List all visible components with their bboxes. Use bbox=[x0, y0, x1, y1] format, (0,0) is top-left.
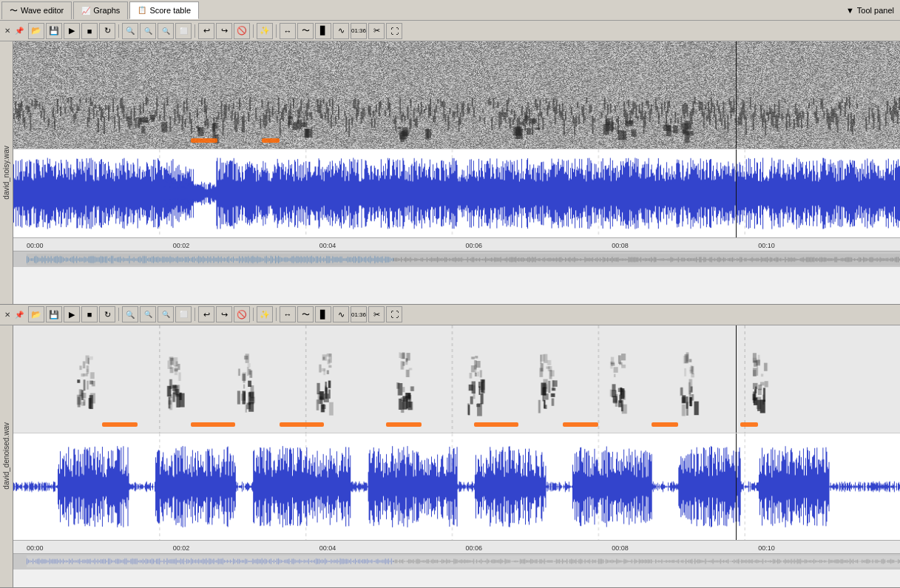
track-filename-2: david_denoised.wav bbox=[2, 422, 10, 490]
zoom-fit-btn-1[interactable]: ⬜ bbox=[175, 23, 192, 39]
time-mark-1-0: 00:00 bbox=[27, 544, 44, 552]
overview-bar-2[interactable] bbox=[13, 553, 900, 570]
track-label-1: david_noisy.wav bbox=[0, 41, 13, 304]
zoom-out-btn-2[interactable]: 🔍 bbox=[140, 306, 156, 322]
time-mark-0-2: 00:04 bbox=[319, 242, 336, 249]
play-btn-1[interactable]: ▶ bbox=[64, 23, 80, 39]
bar-view-btn-2[interactable]: ▊ bbox=[315, 306, 331, 322]
zoom-fit-btn-2[interactable]: ⬜ bbox=[175, 306, 192, 322]
time-mark-0-1: 00:02 bbox=[173, 242, 190, 249]
redo-btn-1[interactable]: ↪ bbox=[216, 23, 232, 39]
orange-marker-2c bbox=[280, 422, 324, 427]
sep2 bbox=[194, 24, 195, 38]
orange-marker-2b bbox=[191, 422, 235, 427]
track1-close-btn[interactable]: ✕ bbox=[3, 27, 12, 36]
effects-btn-2[interactable]: ✨ bbox=[257, 306, 273, 322]
waveform-2[interactable] bbox=[13, 433, 900, 540]
sep4 bbox=[276, 24, 277, 38]
time-mark-0-4: 00:08 bbox=[612, 242, 629, 249]
expand-btn-2[interactable]: ⛶ bbox=[386, 306, 402, 322]
time-mark-0-5: 00:10 bbox=[758, 242, 775, 249]
expand-btn-1[interactable]: ⛶ bbox=[386, 23, 402, 39]
stop-btn-2[interactable]: ■ bbox=[81, 306, 98, 322]
tool-panel-button[interactable]: ▼ Tool panel bbox=[846, 6, 894, 15]
toolbar-1: ✕ 📌 📂 💾 ▶ ■ ↻ 🔍 🔍 🔍 ⬜ ↩ ↪ 🚫 ✨ ↔ bbox=[0, 21, 900, 41]
arrows-btn-2[interactable]: ↔ bbox=[280, 306, 296, 322]
undo-btn-1[interactable]: ↩ bbox=[198, 23, 214, 39]
wave-view-btn-2[interactable]: 〜 bbox=[297, 306, 314, 322]
sep5 bbox=[118, 308, 119, 321]
save-btn-1[interactable]: 💾 bbox=[46, 23, 62, 39]
overview-content-2[interactable] bbox=[27, 555, 900, 567]
time-mark-1-3: 00:06 bbox=[466, 544, 483, 552]
loop-btn-2[interactable]: ↻ bbox=[99, 306, 115, 322]
track-body-2: david_denoised.wav bbox=[0, 325, 900, 588]
trim-btn-1[interactable]: ✂ bbox=[368, 23, 385, 39]
zoom-in-btn-1[interactable]: 🔍 bbox=[122, 23, 138, 39]
bar-view-btn-1[interactable]: ▊ bbox=[315, 23, 331, 39]
save-btn-2[interactable]: 💾 bbox=[46, 306, 62, 322]
trim-btn-2[interactable]: ✂ bbox=[368, 306, 385, 322]
tab-bar: 〜 Wave editor 📈 Graphs 📋 Score table ▼ T… bbox=[0, 0, 900, 21]
waveform-1[interactable] bbox=[13, 149, 900, 237]
orange-marker-2a bbox=[102, 422, 138, 427]
timer-btn-2[interactable]: 01:36 bbox=[351, 306, 367, 322]
stop-btn-1[interactable]: ■ bbox=[81, 23, 98, 39]
tab-score-table[interactable]: 📋 Score table bbox=[129, 1, 199, 19]
track2-close-btn[interactable]: ✕ bbox=[3, 310, 12, 319]
graph-icon: 📈 bbox=[81, 7, 90, 15]
time-mark-1-1: 00:02 bbox=[173, 544, 190, 552]
orange-marker-2d bbox=[386, 422, 422, 427]
undo-btn-2[interactable]: ↩ bbox=[198, 306, 214, 322]
sep7 bbox=[253, 308, 254, 321]
timer-btn-1[interactable]: 01:36 bbox=[351, 23, 367, 39]
wave-icon: 〜 bbox=[10, 5, 18, 16]
time-mark-0-0: 00:00 bbox=[27, 242, 44, 249]
track-body-1: david_noisy.wav bbox=[0, 41, 900, 304]
sep3 bbox=[253, 24, 254, 38]
time-mark-1-5: 00:10 bbox=[758, 544, 775, 552]
zoom-sel-btn-2[interactable]: 🔍 bbox=[158, 306, 174, 322]
arrows-btn-1[interactable]: ↔ bbox=[280, 23, 296, 39]
zoom-out-btn-1[interactable]: 🔍 bbox=[140, 23, 156, 39]
sep6 bbox=[194, 308, 195, 321]
spectrogram-1[interactable] bbox=[13, 41, 900, 149]
delete-btn-1[interactable]: 🚫 bbox=[234, 23, 250, 39]
open-btn-2[interactable]: 📂 bbox=[28, 306, 44, 322]
env-view-btn-1[interactable]: ∿ bbox=[333, 23, 349, 39]
app-window: 〜 Wave editor 📈 Graphs 📋 Score table ▼ T… bbox=[0, 0, 900, 588]
table-icon: 📋 bbox=[138, 6, 146, 14]
wave-view-btn-1[interactable]: 〜 bbox=[297, 23, 314, 39]
track-panel-1: ✕ 📌 📂 💾 ▶ ■ ↻ 🔍 🔍 🔍 ⬜ ↩ ↪ 🚫 ✨ ↔ bbox=[0, 21, 900, 305]
time-ruler-1: 00:00 00:02 00:04 00:06 00:08 00:10 bbox=[13, 237, 900, 251]
time-mark-1-4: 00:08 bbox=[612, 544, 629, 552]
zoom-sel-btn-1[interactable]: 🔍 bbox=[158, 23, 174, 39]
play-btn-2[interactable]: ▶ bbox=[64, 306, 80, 322]
sep8 bbox=[276, 308, 277, 321]
track-panel-2: ✕ 📌 📂 💾 ▶ ■ ↻ 🔍 🔍 🔍 ⬜ ↩ ↪ 🚫 ✨ ↔ bbox=[0, 305, 900, 589]
overview-bar-1[interactable] bbox=[13, 251, 900, 267]
redo-btn-2[interactable]: ↪ bbox=[216, 306, 232, 322]
track1-pin-btn[interactable]: 📌 bbox=[15, 27, 24, 36]
loop-btn-1[interactable]: ↻ bbox=[99, 23, 115, 39]
env-view-btn-2[interactable]: ∿ bbox=[333, 306, 349, 322]
track-visuals-2: 00:00 00:02 00:04 00:06 00:08 00:10 bbox=[13, 325, 900, 588]
overview-content-1[interactable] bbox=[27, 254, 900, 266]
effects-btn-1[interactable]: ✨ bbox=[257, 23, 273, 39]
orange-marker-2g bbox=[652, 422, 678, 427]
toolbar-2: ✕ 📌 📂 💾 ▶ ■ ↻ 🔍 🔍 🔍 ⬜ ↩ ↪ 🚫 ✨ ↔ bbox=[0, 305, 900, 325]
time-mark-0-3: 00:06 bbox=[466, 242, 483, 249]
orange-marker-1a bbox=[191, 138, 217, 143]
delete-btn-2[interactable]: 🚫 bbox=[234, 306, 250, 322]
track2-pin-btn[interactable]: 📌 bbox=[15, 310, 24, 319]
main-content: ✕ 📌 📂 💾 ▶ ■ ↻ 🔍 🔍 🔍 ⬜ ↩ ↪ 🚫 ✨ ↔ bbox=[0, 21, 900, 588]
zoom-in-btn-2[interactable]: 🔍 bbox=[122, 306, 138, 322]
spectrogram-2[interactable] bbox=[13, 325, 900, 433]
open-btn-1[interactable]: 📂 bbox=[28, 23, 44, 39]
tab-graphs[interactable]: 📈 Graphs bbox=[73, 1, 128, 19]
track-label-2: david_denoised.wav bbox=[0, 325, 13, 588]
tab-wave-editor[interactable]: 〜 Wave editor bbox=[1, 1, 72, 19]
time-mark-1-2: 00:04 bbox=[319, 544, 336, 552]
sep1 bbox=[118, 24, 119, 38]
orange-marker-2f bbox=[563, 422, 598, 427]
